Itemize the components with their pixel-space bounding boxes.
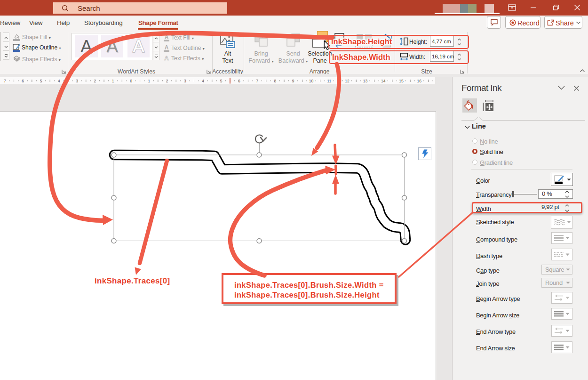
svg-text:5: 5 (220, 79, 222, 83)
svg-text:6: 6 (22, 79, 24, 83)
svg-text:A: A (164, 55, 169, 62)
svg-text:2: 2 (166, 79, 168, 83)
svg-text:15: 15 (399, 79, 404, 83)
svg-text:8: 8 (274, 79, 277, 83)
svg-text:3: 3 (76, 79, 78, 83)
svg-text:3: 3 (184, 79, 186, 83)
svg-text:2: 2 (94, 79, 96, 83)
svg-text:10: 10 (309, 79, 314, 83)
svg-text:14: 14 (381, 79, 386, 83)
svg-text:A: A (165, 34, 169, 40)
svg-text:A: A (165, 44, 169, 51)
svg-text:13: 13 (363, 79, 368, 83)
svg-text:12: 12 (345, 79, 350, 83)
svg-text:16: 16 (417, 79, 422, 83)
svg-text:4: 4 (202, 79, 204, 83)
svg-text:1: 1 (148, 79, 150, 83)
svg-text:0: 0 (130, 79, 132, 83)
svg-text:7: 7 (256, 79, 258, 83)
svg-text:1: 1 (112, 79, 114, 83)
svg-text:9: 9 (292, 79, 294, 83)
svg-text:7: 7 (4, 79, 6, 83)
svg-text:4: 4 (58, 79, 60, 83)
svg-text:11: 11 (327, 79, 331, 83)
svg-text:6: 6 (238, 79, 240, 83)
svg-text:5: 5 (40, 79, 42, 83)
